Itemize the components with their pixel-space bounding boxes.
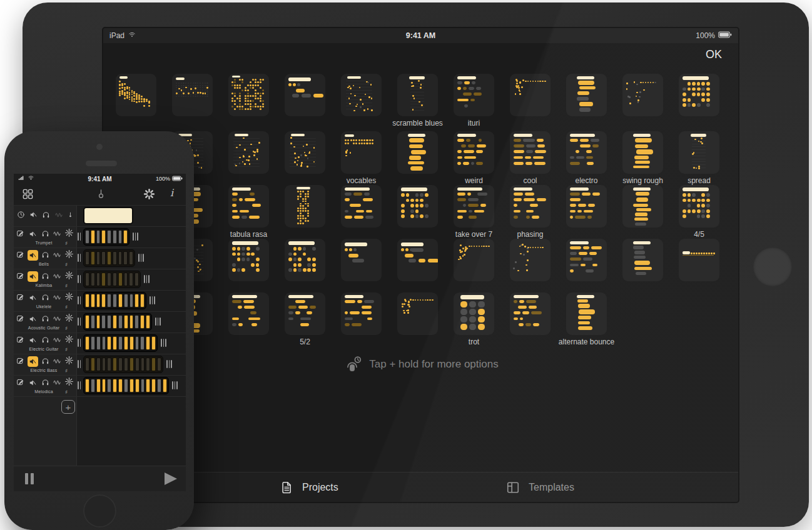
sequence-block[interactable] <box>83 249 135 267</box>
project-thumbnail[interactable] <box>228 74 269 116</box>
project-thumbnail[interactable] <box>228 185 269 228</box>
projects-grid-icon[interactable] <box>22 188 34 202</box>
project-thumbnail[interactable] <box>454 131 494 174</box>
project-thumbnail[interactable] <box>454 74 494 116</box>
sun-icon[interactable] <box>64 271 74 282</box>
ok-button[interactable]: OK <box>706 48 722 61</box>
project-thumbnail[interactable] <box>228 131 269 174</box>
sun-icon[interactable] <box>64 377 74 389</box>
project-thumbnail[interactable] <box>285 239 325 281</box>
master-sequence-block[interactable] <box>83 207 133 224</box>
project-thumbnail[interactable] <box>510 74 551 116</box>
project-thumbnail[interactable] <box>341 239 382 281</box>
project-thumbnail[interactable] <box>397 292 438 335</box>
project-thumbnail[interactable] <box>622 185 663 228</box>
edit-icon[interactable] <box>16 378 24 389</box>
edit-icon[interactable] <box>16 335 24 346</box>
sun-icon[interactable] <box>64 228 74 240</box>
project-thumbnail[interactable] <box>510 185 551 228</box>
wave-icon[interactable] <box>53 229 61 240</box>
mute-icon[interactable] <box>28 271 38 282</box>
mute-icon[interactable] <box>29 210 38 221</box>
project-thumbnail[interactable] <box>228 239 269 281</box>
wave-icon[interactable] <box>53 356 61 368</box>
project-thumbnail[interactable] <box>566 131 607 174</box>
project-thumbnail[interactable] <box>116 74 156 116</box>
info-icon[interactable]: i <box>170 187 173 199</box>
sequence-block[interactable] <box>83 271 141 288</box>
project-thumbnail[interactable] <box>510 239 551 281</box>
sequence-block[interactable] <box>83 228 129 246</box>
headphones-icon[interactable] <box>42 210 50 221</box>
headphones-icon[interactable] <box>41 292 49 304</box>
project-thumbnail[interactable] <box>679 74 719 116</box>
mute-icon[interactable] <box>28 356 38 367</box>
mute-icon[interactable] <box>28 378 38 388</box>
metronome-icon[interactable] <box>96 188 106 202</box>
project-thumbnail[interactable] <box>454 239 494 281</box>
sun-icon[interactable] <box>64 313 74 325</box>
project-thumbnail[interactable] <box>622 131 663 174</box>
project-thumbnail[interactable] <box>341 131 382 174</box>
project-thumbnail[interactable] <box>510 292 551 335</box>
wave-icon[interactable] <box>53 292 61 304</box>
iphone-home-button[interactable] <box>83 494 116 528</box>
project-thumbnail[interactable] <box>397 239 438 281</box>
mute-icon[interactable] <box>28 335 38 346</box>
mute-icon[interactable] <box>28 250 38 261</box>
headphones-icon[interactable] <box>41 314 49 325</box>
project-thumbnail[interactable] <box>622 74 663 116</box>
headphones-icon[interactable] <box>41 356 49 368</box>
sequence-block[interactable] <box>83 313 152 331</box>
project-thumbnail[interactable] <box>341 292 382 335</box>
headphones-icon[interactable] <box>41 271 49 282</box>
wave-icon[interactable] <box>53 335 61 346</box>
sun-icon[interactable] <box>64 249 74 261</box>
headphones-icon[interactable] <box>41 378 49 389</box>
wave-icon[interactable] <box>54 210 63 221</box>
headphones-icon[interactable] <box>41 229 49 240</box>
wave-icon[interactable] <box>53 250 61 261</box>
tab-projects[interactable]: Projects <box>280 472 338 502</box>
project-thumbnail[interactable] <box>228 292 269 335</box>
edit-icon[interactable] <box>16 314 24 325</box>
project-thumbnail[interactable] <box>566 185 607 228</box>
wave-icon[interactable] <box>53 271 61 282</box>
project-thumbnail[interactable] <box>566 74 607 116</box>
mute-icon[interactable] <box>28 314 38 324</box>
project-thumbnail[interactable] <box>510 131 551 174</box>
edit-icon[interactable] <box>16 250 24 261</box>
project-thumbnail[interactable] <box>285 292 325 335</box>
project-thumbnail[interactable] <box>454 292 494 335</box>
edit-icon[interactable] <box>16 229 24 240</box>
project-thumbnail[interactable] <box>285 74 325 116</box>
ipad-home-button[interactable] <box>753 248 792 286</box>
project-thumbnail[interactable] <box>679 239 719 281</box>
project-thumbnail[interactable] <box>285 131 325 174</box>
sun-icon[interactable] <box>64 356 74 368</box>
sun-icon[interactable] <box>64 334 74 346</box>
clock-icon[interactable] <box>17 210 25 221</box>
tab-templates[interactable]: Templates <box>506 472 574 502</box>
project-thumbnail[interactable] <box>679 131 719 174</box>
project-thumbnail[interactable] <box>172 74 213 116</box>
wave-icon[interactable] <box>53 314 61 325</box>
headphones-icon[interactable] <box>41 250 49 261</box>
project-thumbnail[interactable] <box>341 185 382 228</box>
play-button[interactable] <box>165 472 177 485</box>
project-thumbnail[interactable] <box>566 292 607 335</box>
sequence-block[interactable] <box>83 292 146 309</box>
project-thumbnail[interactable] <box>397 131 438 174</box>
mute-icon[interactable] <box>28 292 38 303</box>
project-thumbnail[interactable] <box>397 74 438 116</box>
project-thumbnail[interactable] <box>454 185 494 228</box>
project-thumbnail[interactable] <box>397 185 438 228</box>
mute-icon[interactable] <box>28 229 38 239</box>
metronome-dot-icon[interactable] <box>68 210 73 221</box>
sequence-block[interactable] <box>83 356 163 373</box>
project-thumbnail[interactable] <box>341 74 382 116</box>
project-thumbnail[interactable] <box>285 185 325 228</box>
edit-icon[interactable] <box>16 271 24 282</box>
project-thumbnail[interactable] <box>622 239 663 281</box>
project-thumbnail[interactable] <box>679 185 719 228</box>
